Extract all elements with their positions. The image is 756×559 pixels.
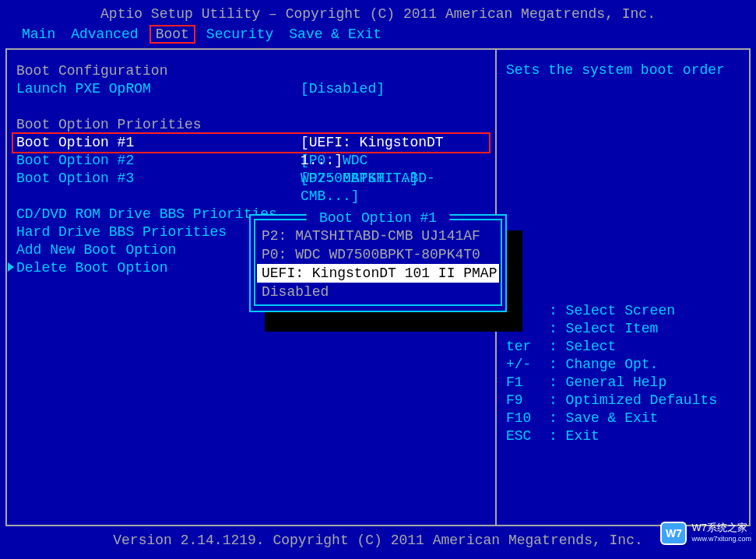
menu-save-exit[interactable]: Save & Exit bbox=[289, 26, 382, 42]
submenu-arrow-icon bbox=[8, 262, 14, 272]
popup-item-2[interactable]: UEFI: KingstonDT 101 II PMAP bbox=[257, 264, 499, 283]
section-boot-config: Boot Configuration bbox=[16, 62, 486, 80]
popup-item-1[interactable]: P0: WDC WD7500BPKT-80PK4T0 bbox=[255, 245, 501, 264]
boot1-label: Boot Option #1 bbox=[16, 134, 301, 152]
boot3-label: Boot Option #3 bbox=[16, 170, 301, 188]
menu-advanced[interactable]: Advanced bbox=[71, 26, 138, 42]
row-boot-option-3[interactable]: Boot Option #3 [P2: MATSHITABD-CMB...] bbox=[16, 170, 486, 188]
key-f1: F1: General Help bbox=[506, 374, 740, 392]
key-change-opt: +/-: Change Opt. bbox=[506, 356, 740, 374]
popup-title: Boot Option #1 bbox=[306, 210, 450, 226]
popup-item-3[interactable]: Disabled bbox=[255, 283, 501, 301]
bios-footer: Version 2.14.1219. Copyright (C) 2011 Am… bbox=[0, 526, 756, 554]
boot3-value: [P2: MATSHITABD-CMB...] bbox=[301, 170, 486, 188]
menu-main[interactable]: Main bbox=[22, 26, 55, 42]
row-pxe[interactable]: Launch PXE OpROM [Disabled] bbox=[16, 80, 486, 98]
pxe-label: Launch PXE OpROM bbox=[16, 80, 301, 98]
watermark-url: www.w7xitong.com bbox=[691, 533, 751, 544]
boot-option-popup: Boot Option #1 P2: MATSHITABD-CMB UJ141A… bbox=[249, 214, 507, 312]
key-f10: F10: Save & Exit bbox=[506, 410, 740, 427]
boot2-label: Boot Option #2 bbox=[16, 152, 301, 170]
section-boot-priorities: Boot Option Priorities bbox=[16, 116, 486, 134]
row-boot-option-1[interactable]: Boot Option #1 [UEFI: KingstonDT 1...] bbox=[12, 132, 491, 153]
row-boot-option-2[interactable]: Boot Option #2 [P0: WDC WD7500BPKT...] bbox=[16, 152, 486, 170]
popup-item-0[interactable]: P2: MATSHITABD-CMB UJ141AF bbox=[255, 227, 501, 245]
help-text: Sets the system boot order bbox=[506, 62, 740, 78]
key-enter: ter: Select bbox=[506, 338, 740, 356]
key-select-screen: : Select Screen bbox=[506, 302, 740, 320]
right-panel: Sets the system boot order : Select Scre… bbox=[497, 50, 751, 525]
menu-bar: Main Advanced Boot Security Save & Exit bbox=[0, 23, 756, 48]
help-keys: : Select Screen : Select Item ter: Selec… bbox=[506, 302, 740, 445]
menu-boot[interactable]: Boot bbox=[149, 25, 195, 44]
watermark: W7 W7系统之家 www.w7xitong.com bbox=[660, 522, 751, 545]
watermark-badge-icon: W7 bbox=[660, 522, 687, 545]
menu-security[interactable]: Security bbox=[206, 26, 273, 42]
pxe-value: [Disabled] bbox=[301, 80, 486, 98]
boot1-value: [UEFI: KingstonDT 1...] bbox=[301, 134, 486, 152]
bios-header: Aptio Setup Utility – Copyright (C) 2011… bbox=[0, 0, 756, 23]
key-f9: F9: Optimized Defaults bbox=[506, 392, 740, 410]
key-select-item: : Select Item bbox=[506, 320, 740, 338]
key-esc: ESC: Exit bbox=[506, 427, 740, 445]
watermark-title: W7系统之家 bbox=[691, 522, 751, 533]
